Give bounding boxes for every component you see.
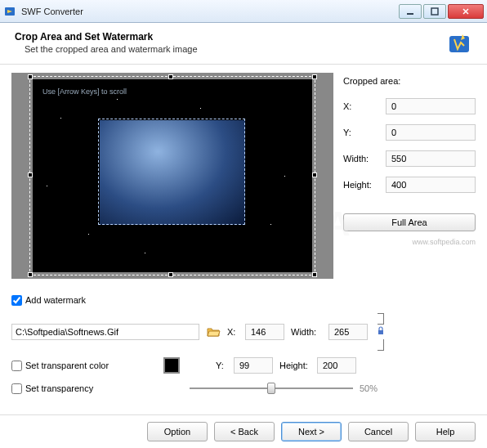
wizard-footer: Option < Back Next > Cancel Help [0,414,487,448]
transparency-input[interactable] [11,383,22,394]
close-button[interactable] [448,4,484,19]
app-icon [3,5,16,18]
page-title: Crop Area and Set Watermark [15,31,446,43]
next-button[interactable]: Next > [281,422,342,441]
subnote: www.softpedia.com [343,238,476,246]
crop-width-field[interactable]: 550 [386,150,476,167]
crop-handle-ne[interactable] [312,74,317,79]
crop-y-label: Y: [343,128,382,137]
lock-bracket-top [378,313,384,325]
video-frame: Use [Arrow Keys] to scroll [33,79,312,272]
page-subtitle: Set the cropped area and watermark image [15,44,446,54]
crop-handle-n[interactable] [168,74,173,79]
slider-thumb[interactable] [267,383,275,394]
full-area-button[interactable]: Full Area [343,213,476,231]
svg-rect-1 [407,13,413,15]
wm-y-field[interactable]: 99 [234,357,273,374]
svg-rect-4 [378,330,383,334]
product-logo-icon [446,31,472,57]
wm-x-label: X: [227,327,242,337]
wm-x-field[interactable]: 146 [245,324,284,340]
crop-handle-s[interactable] [168,272,173,277]
crop-x-field[interactable]: 0 [386,98,476,114]
transparency-value: 50% [360,383,378,393]
minimize-button[interactable] [399,4,422,19]
wm-width-field[interactable]: 265 [328,324,368,340]
crop-handle-sw[interactable] [28,272,33,277]
watermark-rectangle[interactable] [98,119,245,225]
help-button[interactable]: Help [415,422,476,441]
transparency-label: Set transparency [25,383,93,393]
crop-handle-nw[interactable] [28,74,33,79]
transparent-color-label: Set transparent color [25,361,109,370]
back-button[interactable]: < Back [214,422,275,441]
crop-panel: Cropped area: X:0 Y:0 Width:550 Height:4… [343,73,476,279]
browse-icon[interactable] [206,325,221,339]
page-header: Crop Area and Set Watermark Set the crop… [0,23,487,65]
transparency-slider[interactable] [190,386,353,391]
crop-y-field[interactable]: 0 [386,124,476,141]
titlebar: SWF Converter [0,0,487,23]
add-watermark-checkbox[interactable]: Add watermark [11,292,476,308]
cancel-button[interactable]: Cancel [348,422,409,441]
crop-height-field[interactable]: 400 [386,177,476,193]
wm-height-label: Height: [279,361,314,370]
color-swatch[interactable] [163,357,180,374]
crop-handle-se[interactable] [312,272,317,277]
crop-x-label: X: [343,101,382,111]
transparent-color-checkbox[interactable]: Set transparent color [11,357,134,374]
watermark-path-field[interactable]: C:\Softpedia\Softnews.Gif [11,324,199,340]
lock-bracket-bottom [378,339,384,351]
option-button[interactable]: Option [147,422,208,441]
transparency-checkbox[interactable]: Set transparency [11,380,134,396]
wm-width-label: Width: [291,327,325,337]
add-watermark-input[interactable] [11,295,22,306]
crop-panel-label: Cropped area: [343,76,476,86]
preview-canvas[interactable]: Use [Arrow Keys] to scroll [11,73,333,279]
maximize-button[interactable] [423,4,446,19]
lock-icon[interactable] [376,326,386,338]
svg-rect-2 [431,8,438,15]
crop-width-label: Width: [343,154,382,164]
wm-height-field[interactable]: 200 [317,357,356,374]
crop-height-label: Height: [343,180,382,190]
transparent-color-input[interactable] [11,361,22,371]
wm-y-label: Y: [216,361,230,370]
crop-handle-e[interactable] [312,172,317,177]
add-watermark-label: Add watermark [25,295,86,305]
crop-handle-w[interactable] [28,172,33,177]
window-title: SWF Converter [21,7,397,16]
watermark-panel: Add watermark C:\Softpedia\Softnews.Gif … [0,287,487,405]
